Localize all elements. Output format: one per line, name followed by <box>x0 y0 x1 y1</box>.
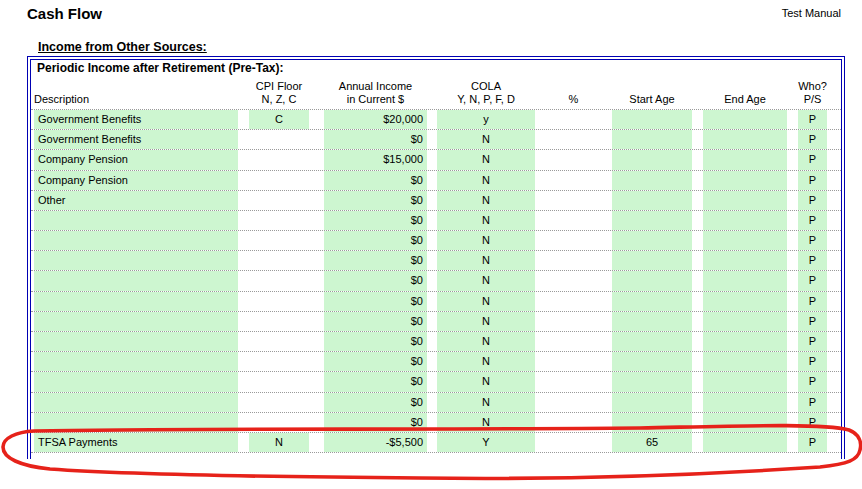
cell-cola[interactable]: N <box>437 251 535 270</box>
cell-income[interactable]: $0 <box>324 231 427 250</box>
cell-cola[interactable]: N <box>437 393 535 412</box>
cell-description[interactable] <box>34 332 238 351</box>
cell-description[interactable] <box>34 271 238 290</box>
cell-income[interactable]: $0 <box>324 332 427 351</box>
cell-income[interactable]: $0 <box>324 271 427 290</box>
cell-who[interactable]: P <box>798 312 827 331</box>
cell-description[interactable] <box>34 312 238 331</box>
cell-who[interactable]: P <box>798 372 827 391</box>
cell-income[interactable]: $0 <box>324 352 427 371</box>
cell-start_age[interactable] <box>612 130 692 149</box>
cell-end_age[interactable] <box>703 332 787 351</box>
cell-who[interactable]: P <box>798 271 827 290</box>
cell-description[interactable] <box>34 231 238 250</box>
cell-start_age[interactable] <box>612 292 692 311</box>
cell-start_age[interactable] <box>612 352 692 371</box>
cell-description[interactable] <box>34 292 238 311</box>
cell-income[interactable]: $0 <box>324 211 427 230</box>
cell-end_age[interactable] <box>703 413 787 432</box>
cell-cola[interactable]: Y <box>437 433 535 452</box>
cell-who[interactable]: P <box>798 130 827 149</box>
cell-cpi[interactable]: C <box>249 110 309 129</box>
cell-cola[interactable]: N <box>437 171 535 190</box>
cell-end_age[interactable] <box>703 292 787 311</box>
cell-who[interactable]: P <box>798 292 827 311</box>
cell-income[interactable]: $0 <box>324 251 427 270</box>
cell-who[interactable]: P <box>798 332 827 351</box>
cell-description[interactable] <box>34 393 238 412</box>
cell-end_age[interactable] <box>703 191 787 210</box>
cell-who[interactable]: P <box>798 191 827 210</box>
cell-income[interactable]: $0 <box>324 292 427 311</box>
cell-income[interactable]: $15,000 <box>324 150 427 169</box>
cell-description[interactable]: Company Pension <box>34 150 238 169</box>
cell-cola[interactable]: N <box>437 352 535 371</box>
cell-end_age[interactable] <box>703 150 787 169</box>
cell-end_age[interactable] <box>703 393 787 412</box>
cell-description[interactable] <box>34 352 238 371</box>
cell-who[interactable]: P <box>798 393 827 412</box>
cell-cola[interactable]: N <box>437 413 535 432</box>
cell-who[interactable]: P <box>798 413 827 432</box>
cell-end_age[interactable] <box>703 251 787 270</box>
cell-description[interactable]: Other <box>34 191 238 210</box>
cell-start_age[interactable] <box>612 413 692 432</box>
cell-description[interactable]: Government Benefits <box>34 110 238 129</box>
cell-end_age[interactable] <box>703 433 787 452</box>
cell-description[interactable]: Government Benefits <box>34 130 238 149</box>
cell-start_age[interactable] <box>612 231 692 250</box>
cell-start_age[interactable] <box>612 211 692 230</box>
cell-start_age[interactable] <box>612 171 692 190</box>
cell-who[interactable]: P <box>798 251 827 270</box>
cell-who[interactable]: P <box>798 352 827 371</box>
cell-income[interactable]: $0 <box>324 171 427 190</box>
cell-start_age[interactable] <box>612 332 692 351</box>
cell-description[interactable] <box>34 251 238 270</box>
cell-end_age[interactable] <box>703 352 787 371</box>
cell-who[interactable]: P <box>798 110 827 129</box>
cell-cola[interactable]: N <box>437 271 535 290</box>
cell-cola[interactable]: N <box>437 211 535 230</box>
cell-who[interactable]: P <box>798 171 827 190</box>
cell-end_age[interactable] <box>703 130 787 149</box>
cell-cola[interactable]: N <box>437 312 535 331</box>
cell-start_age[interactable] <box>612 110 692 129</box>
cell-end_age[interactable] <box>703 271 787 290</box>
cell-start_age[interactable]: 65 <box>612 433 692 452</box>
cell-end_age[interactable] <box>703 372 787 391</box>
cell-cola[interactable]: N <box>437 332 535 351</box>
cell-start_age[interactable] <box>612 271 692 290</box>
cell-description[interactable]: Company Pension <box>34 171 238 190</box>
cell-end_age[interactable] <box>703 312 787 331</box>
cell-who[interactable]: P <box>798 433 827 452</box>
cell-end_age[interactable] <box>703 211 787 230</box>
cell-income[interactable]: $0 <box>324 191 427 210</box>
cell-start_age[interactable] <box>612 251 692 270</box>
cell-cpi[interactable]: N <box>249 433 309 452</box>
cell-start_age[interactable] <box>612 312 692 331</box>
cell-who[interactable]: P <box>798 211 827 230</box>
cell-start_age[interactable] <box>612 191 692 210</box>
cell-start_age[interactable] <box>612 150 692 169</box>
cell-income[interactable]: $0 <box>324 312 427 331</box>
cell-who[interactable]: P <box>798 150 827 169</box>
cell-end_age[interactable] <box>703 171 787 190</box>
cell-description[interactable] <box>34 211 238 230</box>
cell-start_age[interactable] <box>612 393 692 412</box>
cell-income[interactable]: $0 <box>324 413 427 432</box>
cell-cola[interactable]: y <box>437 110 535 129</box>
cell-cola[interactable]: N <box>437 150 535 169</box>
cell-cola[interactable]: N <box>437 372 535 391</box>
cell-income[interactable]: $0 <box>324 393 427 412</box>
cell-description[interactable] <box>34 413 238 432</box>
cell-end_age[interactable] <box>703 110 787 129</box>
cell-income[interactable]: $0 <box>324 372 427 391</box>
cell-income[interactable]: -$5,500 <box>324 433 427 452</box>
cell-income[interactable]: $20,000 <box>324 110 427 129</box>
cell-cola[interactable]: N <box>437 191 535 210</box>
cell-who[interactable]: P <box>798 231 827 250</box>
cell-cola[interactable]: N <box>437 130 535 149</box>
cell-description[interactable]: TFSA Payments <box>34 433 238 452</box>
cell-income[interactable]: $0 <box>324 130 427 149</box>
cell-description[interactable] <box>34 372 238 391</box>
